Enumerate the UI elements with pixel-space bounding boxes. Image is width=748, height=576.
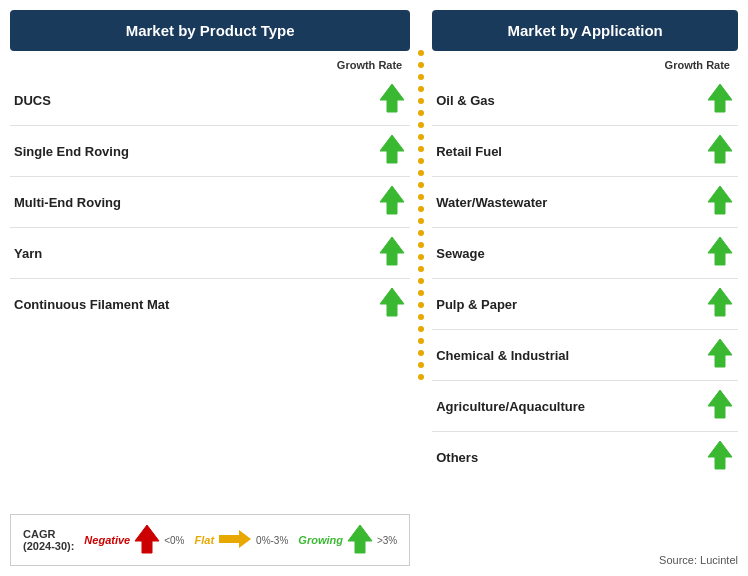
svg-marker-15 bbox=[708, 441, 732, 469]
item-label: Single End Roving bbox=[14, 144, 129, 159]
table-row: Water/Wastewater bbox=[432, 177, 738, 228]
svg-marker-11 bbox=[708, 237, 732, 265]
arrow-icon bbox=[706, 184, 734, 220]
svg-marker-13 bbox=[708, 339, 732, 367]
arrow-icon bbox=[378, 184, 406, 220]
svg-marker-12 bbox=[708, 288, 732, 316]
legend-value: <0% bbox=[164, 535, 184, 546]
table-row: Pulp & Paper bbox=[432, 279, 738, 330]
table-row: Others bbox=[432, 432, 738, 482]
legend-item: Negative <0% bbox=[84, 523, 184, 557]
svg-marker-2 bbox=[380, 186, 404, 214]
item-label: Yarn bbox=[14, 246, 42, 261]
svg-marker-0 bbox=[380, 84, 404, 112]
item-label: Sewage bbox=[436, 246, 484, 261]
table-row: Oil & Gas bbox=[432, 75, 738, 126]
item-label: Agriculture/Aquaculture bbox=[436, 399, 585, 414]
svg-marker-6 bbox=[219, 530, 251, 548]
item-label: Pulp & Paper bbox=[436, 297, 517, 312]
table-row: Continuous Filament Mat bbox=[10, 279, 410, 329]
left-header: Market by Product Type bbox=[10, 10, 410, 51]
svg-marker-5 bbox=[135, 525, 159, 553]
legend-item: Growing >3% bbox=[298, 523, 397, 557]
svg-marker-14 bbox=[708, 390, 732, 418]
right-items-section: Oil & Gas Retail Fuel Water/Wastewater S… bbox=[432, 75, 738, 482]
item-label: Multi-End Roving bbox=[14, 195, 121, 210]
table-row: Chemical & Industrial bbox=[432, 330, 738, 381]
svg-marker-1 bbox=[380, 135, 404, 163]
svg-marker-9 bbox=[708, 135, 732, 163]
arrow-icon bbox=[706, 82, 734, 118]
left-panel: Market by Product Type Growth Rate DUCS … bbox=[10, 10, 420, 566]
legend-label: Negative bbox=[84, 534, 130, 546]
legend-item: Flat 0%-3% bbox=[195, 528, 289, 552]
left-items-section: DUCS Single End Roving Multi-End Roving … bbox=[10, 75, 410, 502]
arrow-icon bbox=[378, 82, 406, 118]
item-label: Retail Fuel bbox=[436, 144, 502, 159]
legend-arrow bbox=[217, 528, 253, 552]
legend-value: >3% bbox=[377, 535, 397, 546]
item-label: Others bbox=[436, 450, 478, 465]
table-row: Multi-End Roving bbox=[10, 177, 410, 228]
item-label: Chemical & Industrial bbox=[436, 348, 569, 363]
legend-label: Growing bbox=[298, 534, 343, 546]
item-label: Water/Wastewater bbox=[436, 195, 547, 210]
svg-marker-4 bbox=[380, 288, 404, 316]
legend-label: Flat bbox=[195, 534, 215, 546]
arrow-icon bbox=[378, 286, 406, 322]
right-panel: Market by Application Growth Rate Oil & … bbox=[422, 10, 738, 566]
table-row: Retail Fuel bbox=[432, 126, 738, 177]
table-row: Agriculture/Aquaculture bbox=[432, 381, 738, 432]
arrow-icon bbox=[378, 235, 406, 271]
arrow-icon bbox=[706, 133, 734, 169]
arrow-icon bbox=[706, 388, 734, 424]
item-label: Continuous Filament Mat bbox=[14, 297, 169, 312]
table-row: Single End Roving bbox=[10, 126, 410, 177]
arrow-icon bbox=[706, 337, 734, 373]
svg-marker-7 bbox=[348, 525, 372, 553]
svg-marker-8 bbox=[708, 84, 732, 112]
right-growth-rate-label: Growth Rate bbox=[432, 59, 738, 71]
right-header: Market by Application bbox=[432, 10, 738, 51]
table-row: DUCS bbox=[10, 75, 410, 126]
arrow-icon bbox=[378, 133, 406, 169]
source-label: Source: Lucintel bbox=[432, 544, 738, 566]
legend-value: 0%-3% bbox=[256, 535, 288, 546]
legend-box: CAGR(2024-30): Negative <0%Flat 0%-3%Gro… bbox=[10, 514, 410, 566]
svg-marker-10 bbox=[708, 186, 732, 214]
table-row: Sewage bbox=[432, 228, 738, 279]
arrow-icon bbox=[706, 286, 734, 322]
legend-arrow bbox=[133, 523, 161, 557]
svg-marker-3 bbox=[380, 237, 404, 265]
item-label: Oil & Gas bbox=[436, 93, 495, 108]
arrow-icon bbox=[706, 439, 734, 475]
arrow-icon bbox=[706, 235, 734, 271]
cagr-label: CAGR(2024-30): bbox=[23, 528, 74, 552]
table-row: Yarn bbox=[10, 228, 410, 279]
left-growth-rate-label: Growth Rate bbox=[10, 59, 410, 71]
item-label: DUCS bbox=[14, 93, 51, 108]
legend-arrow bbox=[346, 523, 374, 557]
